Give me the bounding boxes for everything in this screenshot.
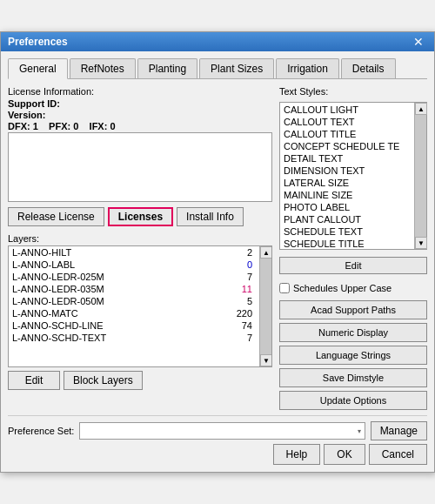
table-row[interactable]: L-ANNO-LEDR-050M5 [9,295,259,307]
save-dimstyle-button[interactable]: Save Dimstyle [279,368,427,387]
layer-value: 7 [230,333,256,343]
block-layers-button[interactable]: Block Layers [64,371,143,390]
preferences-window: Preferences ✕ General RefNotes Planting … [0,31,435,473]
layer-name: L-ANNO-LEDR-025M [12,272,230,282]
layer-name: L-ANNO-SCHD-TEXT [12,333,230,343]
layers-list-container: L-ANNO-HILT2L-ANNO-LABL0L-ANNO-LEDR-025M… [8,245,272,367]
schedules-upper-case-label: Schedules Upper Case [293,283,392,293]
preference-set-combo[interactable]: ▾ [79,422,365,440]
numeric-display-button[interactable]: Numeric Display [279,323,427,342]
list-item[interactable]: DETAIL TEXT [281,152,413,165]
release-license-button[interactable]: Release License [8,207,104,226]
ts-scroll-down-arrow[interactable]: ▼ [415,237,427,249]
schedules-upper-case-checkbox[interactable] [279,283,290,293]
combo-arrow-icon: ▾ [358,427,361,435]
title-bar: Preferences ✕ [1,32,434,51]
license-text-area [8,132,272,202]
table-row[interactable]: L-ANNO-LEDR-025M7 [9,271,259,283]
licenses-button[interactable]: Licenses [108,207,173,226]
list-item[interactable]: MAINLINE SIZE [281,189,413,201]
language-strings-button[interactable]: Language Strings [279,346,427,365]
ts-scroll-up-arrow[interactable]: ▲ [415,103,427,115]
layer-buttons-row: Edit Block Layers [8,371,272,390]
license-buttons-row: Release License Licenses Install Info [8,207,272,226]
schedules-upper-case-row: Schedules Upper Case [279,283,427,293]
layer-value: 220 [230,308,256,319]
list-item[interactable]: PHOTO LABEL [281,201,413,213]
preference-set-label: Preference Set: [8,426,74,436]
table-row[interactable]: L-ANNO-HILT2 [9,246,259,259]
version-label: Version: [8,110,45,120]
preference-set-row: Preference Set: ▾ Manage [8,421,427,440]
update-options-button[interactable]: Update Options [279,391,427,410]
bottom-section: Preference Set: ▾ Manage Help OK Cancel [8,415,427,465]
pfx-label: PFX: [49,121,70,131]
tab-bar: General RefNotes Planting Plant Sizes Ir… [8,58,427,79]
manage-button[interactable]: Manage [371,421,427,440]
list-item[interactable]: CALLOUT TEXT [281,116,413,128]
table-row[interactable]: L-ANNO-SCHD-LINE74 [9,319,259,332]
layers-edit-button[interactable]: Edit [8,371,60,390]
scroll-down-arrow[interactable]: ▼ [260,354,272,366]
scroll-track [260,259,271,354]
install-info-button[interactable]: Install Info [177,207,244,226]
tab-irrigation[interactable]: Irrigation [276,58,339,78]
tab-plant-sizes[interactable]: Plant Sizes [199,58,274,78]
pfx-value: 0 [73,121,78,131]
layer-name: L-ANNO-MATC [12,308,230,319]
help-button[interactable]: Help [273,444,321,465]
ok-button[interactable]: OK [324,444,365,465]
tab-planting[interactable]: Planting [137,58,197,78]
text-styles-list[interactable]: CALLOUT LIGHTCALLOUT TEXTCALLOUT TITLECO… [280,103,414,249]
list-item[interactable]: CONCEPT SCHEDULE TE [281,140,413,152]
text-styles-scrollbar[interactable]: ▲ ▼ [414,103,426,249]
cancel-button[interactable]: Cancel [369,444,427,465]
list-item[interactable]: DIMENSION TEXT [281,165,413,177]
dfx-label: DFX: [8,121,30,131]
table-row[interactable]: L-ANNO-LEDR-035M11 [9,283,259,295]
table-row[interactable]: L-ANNO-SCHD-TEXT7 [9,332,259,344]
support-id-label: Support ID: [8,98,60,109]
tab-details[interactable]: Details [341,58,396,78]
layer-name: L-ANNO-LEDR-050M [12,296,230,306]
layer-name: L-ANNO-LEDR-035M [12,284,230,294]
dfx-value: 1 [33,121,38,131]
layers-label: Layers: [8,233,272,244]
bottom-buttons-row: Help OK Cancel [8,444,427,465]
layers-scrollbar[interactable]: ▲ ▼ [259,246,271,366]
text-styles-list-container: CALLOUT LIGHTCALLOUT TEXTCALLOUT TITLECO… [279,102,427,250]
list-item[interactable]: CALLOUT LIGHT [281,104,413,116]
list-item[interactable]: SCHEDULE TITLE [281,238,413,249]
table-row[interactable]: L-ANNO-LABL0 [9,259,259,271]
scroll-up-arrow[interactable]: ▲ [260,246,272,259]
list-item[interactable]: CALLOUT TITLE [281,128,413,140]
layer-value: 7 [230,272,256,282]
version-row: Version: [8,110,272,120]
layer-value: 11 [230,284,256,294]
close-button[interactable]: ✕ [410,36,427,48]
layers-list[interactable]: L-ANNO-HILT2L-ANNO-LABL0L-ANNO-LEDR-025M… [9,246,259,366]
layer-value: 0 [230,259,256,270]
ifx-value: 0 [110,121,115,131]
layer-name: L-ANNO-SCHD-LINE [12,320,230,331]
layer-name: L-ANNO-LABL [12,259,230,270]
tab-refnotes[interactable]: RefNotes [70,58,136,78]
layers-section: Layers: L-ANNO-HILT2L-ANNO-LABL0L-ANNO-L… [8,233,272,390]
list-item[interactable]: SCHEDULE TEXT [281,225,413,238]
right-buttons-group: Acad Support Paths Numeric Display Langu… [279,300,427,410]
table-row[interactable]: L-ANNO-MATC220 [9,307,259,319]
layer-name: L-ANNO-HILT [12,247,230,258]
layer-value: 74 [230,320,256,331]
acad-support-paths-button[interactable]: Acad Support Paths [279,300,427,319]
ts-scroll-track [415,115,426,237]
layer-value: 5 [230,296,256,306]
text-styles-label: Text Styles: [279,86,427,97]
layer-value: 2 [230,247,256,258]
window-title: Preferences [8,36,68,48]
list-item[interactable]: LATERAL SIZE [281,177,413,189]
ifx-label: IFX: [90,121,108,131]
text-styles-edit-button[interactable]: Edit [279,257,427,274]
dfx-pfx-ifx-row: DFX: 1 PFX: 0 IFX: 0 [8,121,272,131]
list-item[interactable]: PLANT CALLOUT [281,213,413,225]
tab-general[interactable]: General [8,58,68,79]
